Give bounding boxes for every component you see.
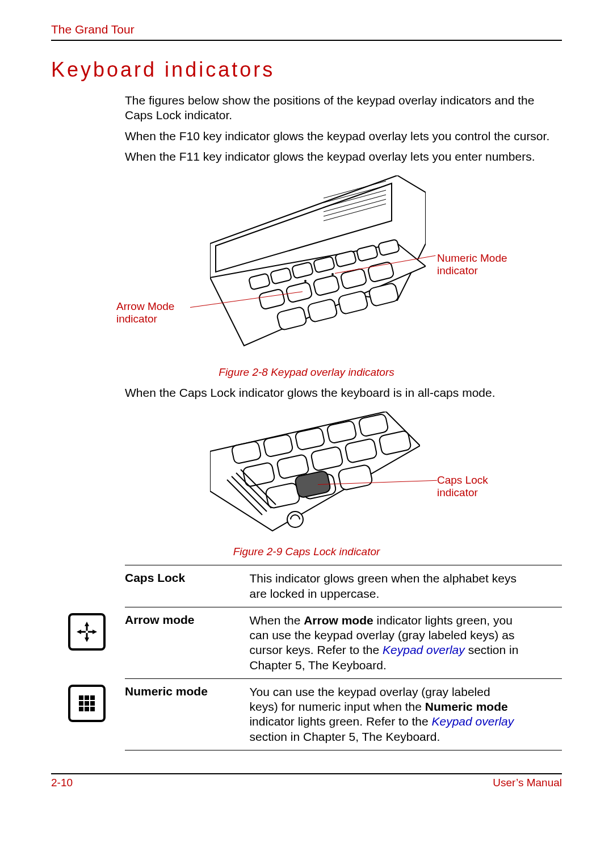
svg-rect-54 xyxy=(79,701,83,706)
svg-rect-53 xyxy=(90,695,95,700)
xref-keypad-overlay-1[interactable]: Keypad overlay xyxy=(383,643,465,656)
bottom-rule xyxy=(51,773,562,774)
def-desc-numeric: You can use the keypad overlay (gray lab… xyxy=(249,685,522,744)
svg-marker-47 xyxy=(85,622,89,631)
intro-p3: When the F11 key indicator glows the key… xyxy=(51,149,562,164)
arrow-mode-icon xyxy=(68,613,106,651)
def-rule-2 xyxy=(125,607,562,607)
callout-numeric-mode: Numeric Mode indicator xyxy=(437,252,528,277)
page: The Grand Tour Keyboard indicators The f… xyxy=(0,0,613,868)
running-head: The Grand Tour xyxy=(51,23,562,36)
def-row-numeric: Numeric mode You can use the keypad over… xyxy=(125,685,562,744)
figure-capslock: Caps Lock indicator xyxy=(51,412,562,542)
svg-rect-55 xyxy=(85,701,89,706)
numeric-mode-icon xyxy=(68,685,106,722)
section-title: Keyboard indicators xyxy=(51,58,562,82)
def-desc-capslock: This indicator glows green when the alph… xyxy=(249,571,522,601)
svg-rect-57 xyxy=(79,707,83,711)
intro-p1: The figures below show the positions of … xyxy=(51,93,562,123)
def-rule-3 xyxy=(125,678,562,679)
numeric-desc-bold: Numeric mode xyxy=(425,700,508,713)
numeric-desc-post: section in Chapter 5, The Keyboard. xyxy=(249,730,440,743)
svg-point-26 xyxy=(331,273,334,275)
figure-keypad-overlay: Arrow Mode indicator Numeric Mode indica… xyxy=(51,175,562,363)
footer: 2-10 User’s Manual xyxy=(51,777,562,789)
xref-keypad-overlay-2[interactable]: Keypad overlay xyxy=(431,715,514,728)
svg-rect-52 xyxy=(85,695,89,700)
svg-rect-51 xyxy=(79,695,83,700)
definition-block: Caps Lock This indicator glows green whe… xyxy=(125,565,562,750)
svg-rect-59 xyxy=(90,707,95,711)
keyboard-illustration-2 xyxy=(210,412,420,536)
def-desc-arrow: When the Arrow mode indicator lights gre… xyxy=(249,613,522,673)
figure2-caption: Figure 2-9 Caps Lock indicator xyxy=(51,546,562,558)
def-row-capslock: Caps Lock This indicator glows green whe… xyxy=(125,571,562,601)
svg-point-25 xyxy=(304,280,306,282)
figure1-caption: Figure 2-8 Keypad overlay indicators xyxy=(51,366,562,379)
top-rule xyxy=(51,40,562,41)
svg-rect-56 xyxy=(90,701,95,706)
numeric-mode-icon-cell xyxy=(68,685,106,722)
keyboard-illustration-1 xyxy=(210,175,426,351)
arrow-desc-bold: Arrow mode xyxy=(304,614,373,627)
def-term-numeric: Numeric mode xyxy=(125,685,247,698)
def-row-arrow: Arrow mode When the Arrow mode indicator… xyxy=(125,613,562,673)
callout-arrow-mode: Arrow Mode indicator xyxy=(116,300,190,325)
svg-rect-58 xyxy=(85,707,89,711)
def-term-capslock: Caps Lock xyxy=(125,571,247,585)
def-term-arrow: Arrow mode xyxy=(125,613,247,627)
svg-marker-48 xyxy=(85,633,89,642)
svg-marker-49 xyxy=(77,630,86,634)
numeric-desc-mid: indicator lights green. Refer to the xyxy=(249,715,431,728)
svg-marker-50 xyxy=(88,630,97,634)
svg-point-46 xyxy=(287,511,303,527)
def-rule-4 xyxy=(125,750,562,750)
footer-page-number: 2-10 xyxy=(51,777,73,789)
def-rule-1 xyxy=(125,565,562,565)
mid-text: When the Caps Lock indicator glows the k… xyxy=(51,385,562,400)
arrow-desc-pre: When the xyxy=(249,614,304,627)
intro-p2: When the F10 key indicator glows the key… xyxy=(51,129,562,144)
arrow-mode-icon-cell xyxy=(68,613,106,651)
callout-capslock: Caps Lock indicator xyxy=(437,474,511,499)
footer-doc-title: User’s Manual xyxy=(493,777,562,789)
